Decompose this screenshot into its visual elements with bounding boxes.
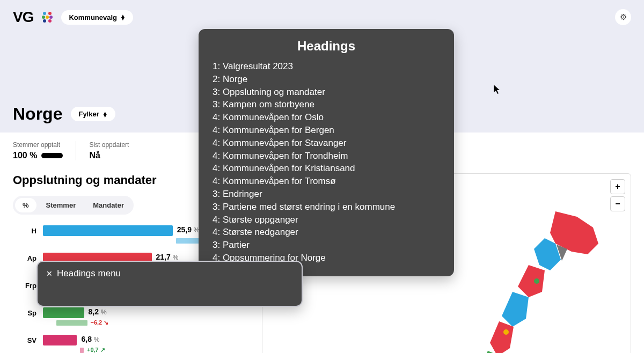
pct-label: 8,2 %	[89, 307, 107, 316]
heading-item[interactable]: 4: Kommunevåpen for Kristiansand	[213, 162, 440, 175]
stat-counted-number: 100 %	[13, 151, 37, 160]
change-bar	[56, 320, 87, 326]
party-label: Frp	[13, 280, 36, 290]
heading-item[interactable]: 4: Kommunevåpen for Stavanger	[213, 137, 440, 150]
heading-item[interactable]: 3: Partier	[213, 239, 440, 252]
bar-change-row: −6,2 ↘	[43, 319, 249, 326]
zoom-controls: + −	[610, 179, 625, 211]
app-dots-icon	[41, 11, 54, 24]
party-bar	[43, 225, 173, 236]
tab-%[interactable]: %	[15, 198, 36, 212]
stat-counted: Stemmer opptalt 100 %	[13, 141, 63, 160]
headings-menu-label: Headings menu	[57, 268, 121, 279]
progress-pill	[41, 153, 63, 158]
svg-point-6	[48, 19, 52, 23]
party-label: SV	[13, 335, 36, 344]
svg-point-7	[534, 278, 539, 284]
vg-logo: VG	[13, 9, 33, 26]
change-bar	[80, 348, 84, 353]
pct-label: 6,8 %	[81, 335, 99, 343]
svg-point-3	[46, 16, 49, 19]
cursor-icon	[494, 85, 501, 96]
bar-area: 6,8 %+0,7 ↗	[43, 335, 249, 353]
heading-item[interactable]: 4: Kommunevåpen for Tromsø	[213, 175, 440, 188]
stat-updated-label: Sist oppdatert	[89, 141, 129, 149]
svg-point-4	[49, 16, 53, 19]
svg-point-5	[43, 19, 46, 23]
settings-button[interactable]: ⚙	[615, 9, 631, 25]
sort-icon: ▲▼	[103, 112, 108, 117]
heading-item[interactable]: 2: Norge	[213, 73, 440, 86]
party-label: Ap	[13, 253, 36, 262]
tab-mandater[interactable]: Mandater	[85, 198, 131, 212]
header-left: VG Kommunevalg ▲▼	[13, 9, 133, 26]
election-dropdown[interactable]: Kommunevalg ▲▼	[61, 10, 133, 25]
heading-item[interactable]: 3: Partiene med størst endring i en komm…	[213, 201, 440, 214]
heading-item[interactable]: 4: Kommunevåpen for Bergen	[213, 124, 440, 137]
heading-item[interactable]: 4: Største oppganger	[213, 214, 440, 226]
heading-item[interactable]: 1: Valgresultat 2023	[213, 60, 440, 73]
party-bar	[43, 335, 77, 345]
region-selector-label: Fylker	[78, 110, 99, 118]
heading-item[interactable]: 3: Oppslutning og mandater	[213, 86, 440, 99]
change-label: −6,2 ↘	[91, 319, 109, 326]
bar-row-sv: SV6,8 %+0,7 ↗	[13, 335, 249, 353]
headings-overlay: Headings 1: Valgresultat 20232: Norge3: …	[199, 29, 454, 276]
heading-item[interactable]: 4: Kommunevåpen for Trondheim	[213, 150, 440, 163]
region-selector[interactable]: Fylker ▲▼	[71, 107, 115, 121]
election-dropdown-label: Kommunevalg	[69, 13, 117, 21]
stat-updated-value: Nå	[89, 151, 129, 160]
headings-overlay-title: Headings	[213, 39, 440, 54]
zoom-out-button[interactable]: −	[610, 196, 625, 211]
heading-item[interactable]: 3: Endringer	[213, 188, 440, 201]
headings-menu[interactable]: ✕ Headings menu	[36, 261, 303, 307]
headings-list: 1: Valgresultat 20232: Norge3: Oppslutni…	[213, 60, 440, 264]
party-label: H	[13, 225, 36, 235]
sort-icon: ▲▼	[120, 14, 126, 20]
change-label: +0,7 ↗	[87, 347, 105, 353]
party-label: Sp	[13, 307, 36, 317]
svg-point-1	[48, 12, 52, 15]
result-tabs: %StemmerMandater	[13, 196, 134, 215]
svg-point-2	[42, 16, 45, 19]
bar-area: 8,2 %−6,2 ↘	[43, 307, 249, 326]
norway-map-icon	[448, 206, 609, 353]
heading-item[interactable]: 3: Kampen om storbyene	[213, 98, 440, 111]
svg-point-8	[503, 329, 509, 335]
pct-label: 21,7 %	[156, 253, 179, 261]
gear-icon: ⚙	[620, 12, 627, 22]
stat-updated: Sist oppdatert Nå	[76, 141, 129, 160]
heading-item[interactable]: 4: Kommunevåpen for Oslo	[213, 111, 440, 124]
svg-point-0	[43, 12, 46, 15]
tab-stemmer[interactable]: Stemmer	[39, 198, 84, 212]
stat-counted-label: Stemmer opptalt	[13, 141, 63, 149]
party-bar	[43, 307, 84, 318]
bar-change-row: +0,7 ↗	[43, 347, 249, 353]
region-title: Norge	[13, 104, 62, 124]
heading-item[interactable]: 4: Største nedganger	[213, 226, 440, 239]
bar-row-sp: Sp8,2 %−6,2 ↘	[13, 307, 249, 326]
pct-label: 25,9 %	[177, 225, 200, 234]
close-icon[interactable]: ✕	[46, 269, 53, 278]
zoom-in-button[interactable]: +	[610, 179, 625, 194]
stat-counted-value: 100 %	[13, 151, 63, 160]
